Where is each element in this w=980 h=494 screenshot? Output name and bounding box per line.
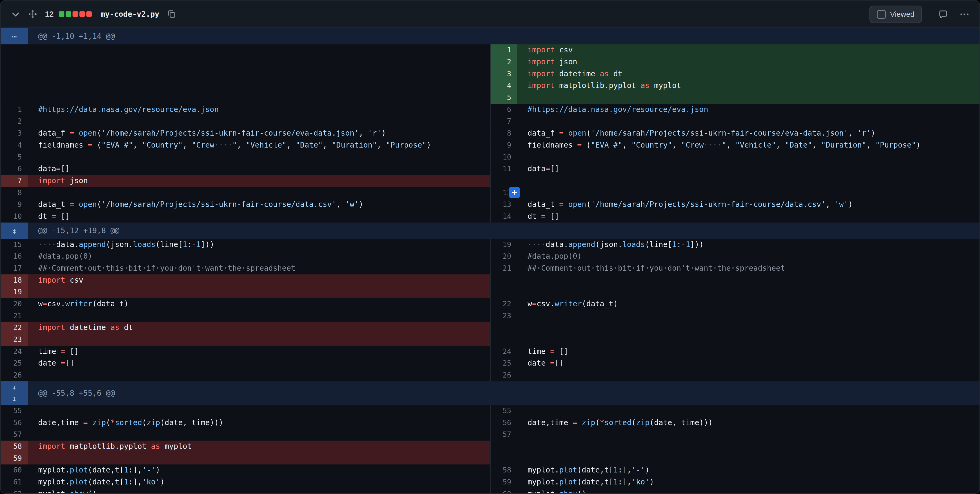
new-line-number[interactable]: 20 [490, 251, 517, 263]
old-line-number[interactable]: 25 [0, 358, 28, 370]
old-line-number[interactable]: 18 [0, 274, 28, 286]
new-line-number[interactable]: 3 [490, 68, 517, 80]
new-line-number[interactable]: 56 [490, 417, 517, 429]
code-token: open [79, 200, 97, 209]
code-token: show [70, 489, 88, 494]
copy-path-button[interactable] [167, 9, 176, 19]
new-line-number[interactable]: 13 [490, 199, 517, 211]
new-line-number[interactable]: 11 [490, 163, 517, 175]
diffstat-square-del [79, 11, 85, 17]
new-line-number[interactable]: 9 [490, 139, 517, 151]
old-line-number[interactable]: 20 [0, 298, 28, 310]
code-token: = [88, 141, 92, 150]
expand-hunk-button[interactable]: ⋯ [0, 28, 28, 45]
new-line-number[interactable]: 19 [490, 239, 517, 251]
new-line-number[interactable]: 5 [490, 92, 517, 104]
old-line-number[interactable]: 9 [0, 199, 28, 211]
new-line-number[interactable]: 59 [490, 476, 517, 488]
old-line-number[interactable]: 23 [0, 334, 28, 346]
old-line-number[interactable]: 19 [0, 286, 28, 298]
old-line-number[interactable]: 59 [0, 453, 28, 464]
code-token: csv [555, 46, 573, 54]
new-code-line [518, 405, 980, 417]
new-code-line: import matplotlib.pyplot as myplot [518, 80, 980, 92]
file-name: my-code-v2.py [100, 10, 159, 18]
new-line-number[interactable]: 4 [490, 80, 517, 92]
code-token: - [192, 240, 196, 249]
old-line-number[interactable]: 4 [0, 139, 28, 151]
expand-hunk-button[interactable]: ↕ [0, 223, 28, 239]
code-token: ···· [214, 141, 232, 150]
diff-row: 9data_t = open('/home/sarah/Projects/ssi… [0, 199, 980, 211]
old-code-line [28, 80, 490, 92]
code-token: - [681, 240, 686, 249]
old-code-line: ····data.append(json.loads(line[1:-1])) [28, 239, 490, 251]
old-line-number[interactable]: 22 [0, 322, 28, 334]
old-line-number[interactable]: 21 [0, 310, 28, 322]
old-line-number[interactable]: 62 [0, 488, 28, 494]
old-line-number[interactable]: 57 [0, 429, 28, 441]
viewed-toggle[interactable]: Viewed [869, 5, 922, 23]
old-line-number[interactable]: 24 [0, 346, 28, 358]
expand-down-icon[interactable]: ↧ [12, 382, 16, 393]
new-line-number[interactable]: 24 [490, 346, 517, 358]
old-line-number[interactable]: 55 [0, 405, 28, 417]
new-line-number[interactable]: 10 [490, 151, 517, 163]
kebab-menu-button[interactable] [959, 9, 970, 19]
old-line-number[interactable]: 17 [0, 263, 28, 274]
new-line-number[interactable]: 14 [490, 210, 517, 223]
old-line-number[interactable]: 16 [0, 251, 28, 263]
old-line-number[interactable]: 61 [0, 476, 28, 488]
old-line-number[interactable]: 2 [0, 116, 28, 127]
new-line-number[interactable]: 2 [490, 56, 517, 69]
new-line-number[interactable]: 23 [490, 310, 517, 322]
move-handle[interactable] [28, 9, 38, 19]
new-line-number[interactable]: 57 [490, 429, 517, 441]
old-code-line: #https://data.nasa.gov/resource/eva.json [28, 104, 490, 116]
code-token: ( [586, 200, 591, 209]
collapse-file-button[interactable] [11, 9, 21, 19]
old-line-number[interactable]: 3 [0, 127, 28, 140]
old-line-number[interactable]: 7 [0, 175, 28, 187]
old-code-line [28, 68, 490, 80]
expand-hunk-button[interactable]: ↧↥ [0, 381, 28, 405]
old-line-number[interactable]: 1 [0, 104, 28, 116]
old-line-number[interactable]: 58 [0, 441, 28, 453]
old-line-number[interactable]: 8 [0, 187, 28, 199]
diffstat-square-add [59, 11, 64, 17]
comment-button[interactable] [938, 9, 948, 19]
new-line-number[interactable]: 55 [490, 405, 517, 417]
code-token: 1 [183, 240, 187, 249]
old-line-number[interactable]: 10 [0, 210, 28, 223]
new-line-number[interactable]: 58 [490, 464, 517, 476]
code-token: zip [146, 418, 160, 427]
old-line-number[interactable]: 5 [0, 151, 28, 163]
changes-count: 12 [45, 10, 54, 18]
viewed-checkbox[interactable] [877, 10, 886, 18]
code-token: " [232, 141, 237, 150]
old-line-number[interactable]: 60 [0, 464, 28, 476]
old-line-number[interactable]: 6 [0, 163, 28, 175]
code-token: time [528, 347, 550, 356]
old-line-number[interactable]: 56 [0, 417, 28, 429]
new-line-number[interactable]: 1 [490, 45, 517, 56]
new-line-number[interactable]: 22 [490, 298, 517, 310]
new-line-number[interactable]: 8 [490, 127, 517, 140]
old-line-number[interactable]: 26 [0, 369, 28, 381]
new-line-number[interactable]: 21 [490, 263, 517, 274]
add-comment-button[interactable]: + [509, 187, 520, 198]
new-line-number[interactable]: 6 [490, 104, 517, 116]
code-token: "Duration" [821, 141, 867, 150]
file-header: 12 my-code-v2.py Viewed [0, 0, 980, 28]
code-token: :], [618, 465, 632, 474]
old-line-number[interactable]: 15 [0, 239, 28, 251]
new-line-number[interactable]: 26 [490, 369, 517, 381]
diff-row: 2123 [0, 310, 980, 322]
code-token: ) [871, 129, 875, 137]
new-line-number[interactable]: 7 [490, 116, 517, 127]
code-token: , [776, 141, 785, 150]
expand-up-icon[interactable]: ↥ [12, 393, 16, 405]
new-line-number[interactable]: 60 [490, 488, 517, 494]
new-line-number[interactable]: 25 [490, 358, 517, 370]
diff-row: 16#data.pop(0)20#data.pop(0) [0, 251, 980, 263]
